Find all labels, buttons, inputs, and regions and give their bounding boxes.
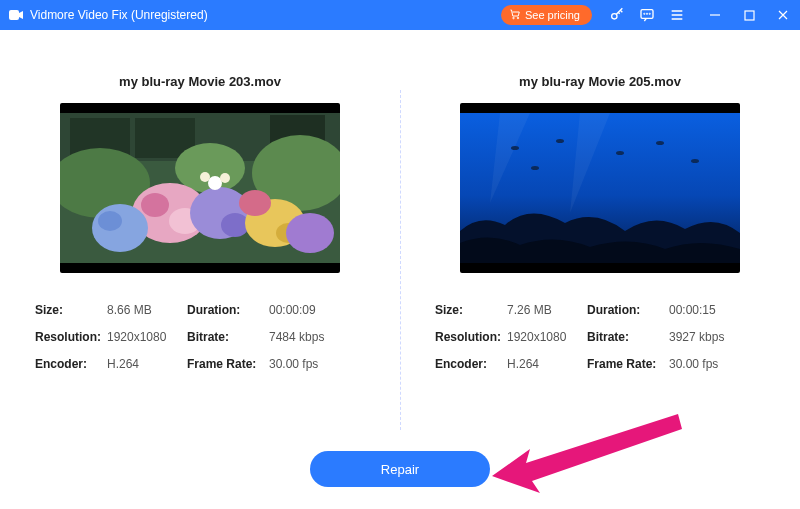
register-key-button[interactable] (602, 0, 632, 30)
meta-label: Encoder: (435, 357, 507, 371)
meta-value: H.264 (107, 357, 187, 371)
flower-shop-scene-icon (60, 113, 340, 263)
meta-value: 3927 kbps (669, 330, 749, 344)
titlebar: Vidmore Video Fix (Unregistered) See pri… (0, 0, 800, 30)
underwater-scene-icon (460, 113, 740, 263)
svg-point-34 (511, 146, 519, 150)
app-logo-icon (8, 7, 24, 23)
repair-button[interactable]: Repair (310, 451, 490, 487)
svg-point-37 (656, 141, 664, 145)
meta-label: Size: (435, 303, 507, 317)
meta-value: 30.00 fps (269, 357, 349, 371)
svg-point-2 (517, 17, 519, 19)
meta-value: 30.00 fps (669, 357, 749, 371)
meta-label: Resolution: (35, 330, 107, 344)
svg-point-29 (220, 173, 230, 183)
svg-point-7 (649, 13, 650, 14)
svg-point-5 (644, 13, 645, 14)
see-pricing-button[interactable]: See pricing (501, 5, 592, 25)
meta-label: Duration: (187, 303, 269, 317)
svg-point-26 (239, 190, 271, 216)
svg-point-27 (286, 213, 334, 253)
menu-button[interactable] (662, 0, 692, 30)
right-video-thumbnail[interactable] (460, 103, 740, 273)
right-file-name: my blu-ray Movie 205.mov (519, 74, 681, 89)
svg-point-23 (98, 211, 122, 231)
cart-icon (509, 8, 521, 22)
svg-point-22 (92, 204, 148, 252)
meta-label: Encoder: (35, 357, 107, 371)
meta-label: Bitrate: (587, 330, 669, 344)
svg-point-28 (208, 176, 222, 190)
svg-point-30 (200, 172, 210, 182)
svg-point-39 (531, 166, 539, 170)
svg-point-21 (221, 213, 249, 237)
svg-rect-8 (745, 11, 754, 20)
sample-file-pane: my blu-ray Movie 205.mov (400, 74, 800, 509)
close-button[interactable] (766, 0, 800, 30)
meta-label: Bitrate: (187, 330, 269, 344)
left-video-thumbnail[interactable] (60, 103, 340, 273)
meta-value: 7484 kbps (269, 330, 349, 344)
window-title: Vidmore Video Fix (Unregistered) (30, 8, 208, 22)
svg-rect-0 (9, 10, 19, 20)
svg-point-18 (141, 193, 169, 217)
meta-value: 00:00:15 (669, 303, 749, 317)
meta-label: Frame Rate: (187, 357, 269, 371)
meta-label: Frame Rate: (587, 357, 669, 371)
meta-value: 7.26 MB (507, 303, 587, 317)
svg-point-3 (612, 14, 617, 19)
meta-label: Duration: (587, 303, 669, 317)
repair-button-label: Repair (381, 462, 419, 477)
maximize-button[interactable] (732, 0, 766, 30)
corrupted-file-pane: my blu-ray Movie 203.mov (0, 74, 400, 509)
left-file-name: my blu-ray Movie 203.mov (119, 74, 281, 89)
meta-label: Resolution: (435, 330, 507, 344)
main-content: my blu-ray Movie 203.mov (0, 30, 800, 509)
see-pricing-label: See pricing (525, 9, 580, 21)
svg-point-36 (616, 151, 624, 155)
left-meta-grid: Size: 8.66 MB Duration: 00:00:09 Resolut… (35, 303, 365, 371)
minimize-button[interactable] (698, 0, 732, 30)
pane-divider (400, 90, 401, 430)
svg-point-6 (647, 13, 648, 14)
svg-point-1 (513, 17, 515, 19)
right-meta-grid: Size: 7.26 MB Duration: 00:00:15 Resolut… (435, 303, 765, 371)
meta-value: 1920x1080 (507, 330, 587, 344)
meta-value: 8.66 MB (107, 303, 187, 317)
svg-point-38 (691, 159, 699, 163)
meta-value: 00:00:09 (269, 303, 349, 317)
meta-value: H.264 (507, 357, 587, 371)
meta-label: Size: (35, 303, 107, 317)
svg-point-35 (556, 139, 564, 143)
feedback-button[interactable] (632, 0, 662, 30)
meta-value: 1920x1080 (107, 330, 187, 344)
